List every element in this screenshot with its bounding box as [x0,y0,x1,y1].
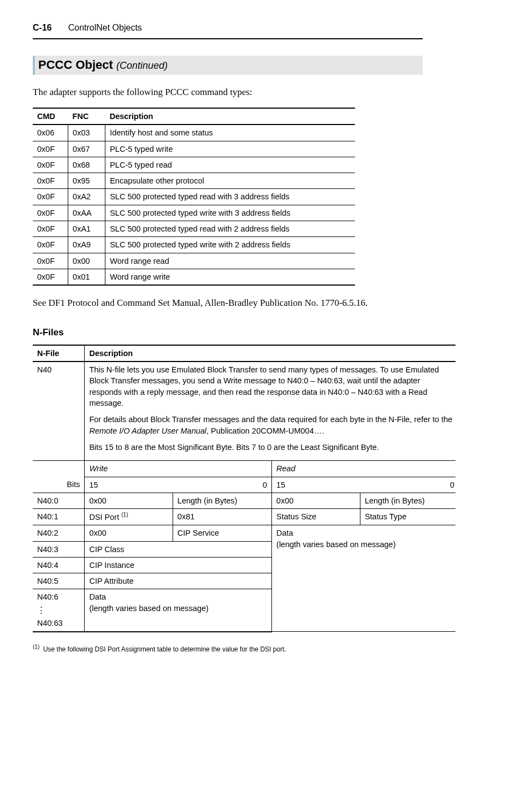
page-title: ControlNet Objects [68,22,142,34]
row-label-6: N40:6 [33,589,85,605]
bits-read: 15 0 [272,477,455,493]
table-cell: 0xA9 [68,237,105,253]
table-cell: Identify host and some status [105,125,355,141]
bits-label: Bits [33,477,85,493]
row-label-dots: ⋮ [33,605,85,616]
nfile-desc-p3: Bits 15 to 8 are the Most Significant By… [89,442,454,453]
continued-label: (Continued) [116,60,168,71]
write-header: Write [85,461,272,477]
table-cell: 0xAA [68,205,105,221]
table-cell: 0x0F [33,141,68,157]
row-label-5: N40:5 [33,573,85,589]
page-number: C-16 [33,22,52,34]
table-cell: 0x0F [33,157,68,173]
table-cell: 0x03 [68,125,105,141]
table-cell: 0x95 [68,173,105,189]
bits-15-r: 15 [276,479,285,490]
table-cell: SLC 500 protected typed read with 2 addr… [105,221,355,237]
table-cell: PLC-5 typed read [105,157,355,173]
row-label-2: N40:2 [33,525,85,541]
nfile-table: N-File Description N40 This N-file lets … [33,345,455,632]
section-heading: PCCC Object (Continued) [33,56,423,75]
cell-04: CIP Instance [85,557,272,573]
nfile-header-col1: N-File [33,345,85,361]
table-cell: 0x0F [33,237,68,253]
read-header: Read [272,461,455,477]
nfile-desc-p2-b: , Publication 20COMM-UM004…. [206,426,324,435]
nfile-header-col2: Description [85,345,455,361]
empty-cell [33,461,85,477]
cell-03: CIP Class [85,541,272,557]
cmd-header-cmd: CMD [33,108,68,125]
nfile-desc-p2: For details about Block Transfer message… [89,414,454,436]
cell-01b: 0x81 [173,509,271,525]
table-cell: 0x68 [68,157,105,173]
cell-02b: CIP Service [173,525,271,541]
table-cell: 0x67 [68,141,105,157]
cmd-header-fnc: FNC [68,108,105,125]
table-cell: 0x0F [33,221,68,237]
cell-00b: Length (in Bytes) [173,493,271,508]
nfile-desc-p1: This N-file lets you use Emulated Block … [89,364,454,408]
table-cell: 0x00 [68,253,105,269]
table-cell: Encapsulate other protocol [105,173,355,189]
cell-00a: 0x00 [85,493,173,508]
nfile-desc-p2-a: For details about Block Transfer message… [89,415,452,424]
section-heading-text: PCCC Object [38,58,113,72]
post-table-text: See DF1 Protocol and Command Set Manual,… [33,297,423,310]
footnote-marker: (1) [33,644,39,650]
row-label-1: N40:1 [33,509,85,525]
cell-write-data: Data (length varies based on message) [85,589,272,632]
footnote-text: Use the following DSI Port Assignment ta… [43,645,286,653]
nfiles-heading: N-Files [33,326,423,339]
bits-write: 15 0 [85,477,272,493]
table-cell: 0x0F [33,205,68,221]
table-cell: SLC 500 protected typed read with 3 addr… [105,189,355,205]
row-label-4: N40:4 [33,557,85,573]
table-cell: 0x0F [33,173,68,189]
cell-02a: 0x00 [85,525,173,541]
footnote: (1) Use the following DSI Port Assignmen… [33,643,423,654]
cell-01a: DSI Port (1) [85,509,173,525]
nfile-label: N40 [33,361,85,461]
row-label-0: N40:0 [33,493,85,508]
nfile-description: This N-file lets you use Emulated Block … [85,361,455,461]
table-cell: 0x0F [33,189,68,205]
cell-read-data: Data (length varies based on message) [272,525,455,632]
cell-01d: Status Type [360,509,455,525]
intro-text: The adapter supports the following PCCC … [33,86,423,99]
table-cell: PLC-5 typed write [105,141,355,157]
cell-00d: Length (in Bytes) [360,493,455,508]
table-cell: 0x01 [68,269,105,285]
table-cell: 0x0F [33,269,68,285]
cell-00c: 0x00 [272,493,360,508]
bits-0-r: 0 [450,479,454,490]
table-cell: SLC 500 protected typed write with 3 add… [105,205,355,221]
cell-05: CIP Attribute [85,573,272,589]
table-cell: Word range read [105,253,355,269]
row-label-63: N40:63 [33,615,85,631]
cmd-table: CMD FNC Description 0x060x03Identify hos… [33,108,355,286]
table-cell: 0x0F [33,253,68,269]
table-cell: Word range write [105,269,355,285]
cmd-header-desc: Description [105,108,355,125]
table-cell: 0xA2 [68,189,105,205]
row-label-3: N40:3 [33,541,85,557]
bits-0-w: 0 [263,479,267,490]
table-cell: SLC 500 protected typed write with 2 add… [105,237,355,253]
table-cell: 0x06 [33,125,68,141]
table-cell: 0xA1 [68,221,105,237]
bits-15-w: 15 [89,479,98,490]
cell-01c: Status Size [272,509,360,525]
nfile-desc-p2-i: Remote I/O Adapter User Manual [89,426,206,435]
